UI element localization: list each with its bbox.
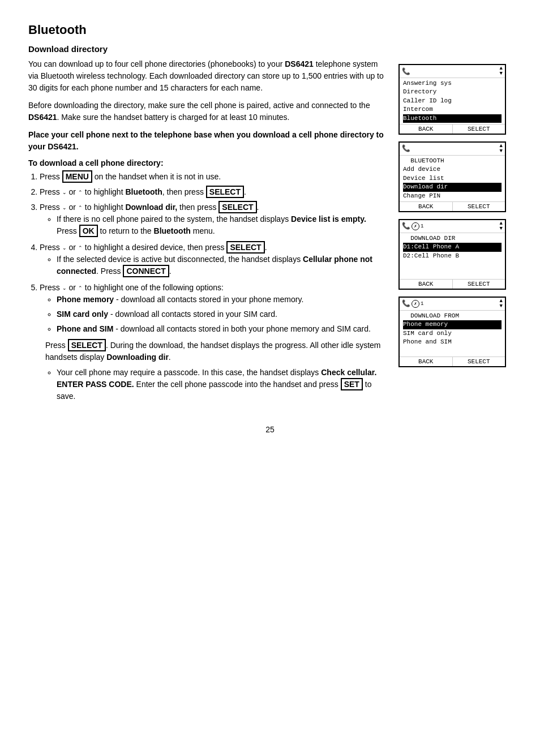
nav-down-icon-4: ⌄ [62,286,67,291]
step-1: Press MENU on the handset when it is not… [40,171,387,183]
screen-4-line-1: DOWNLOAD FROM [403,312,502,320]
screen-2: 📞 ▲ ▼ BLUETOOTH Add device Device list D… [398,141,506,212]
step-4-bullet-1: If the selected device is active but dis… [57,254,387,277]
steps-title: To download a cell phone directory: [28,158,387,167]
screen-4-line-2: Phone memory [403,320,502,329]
step-5-passcode: Your cell phone may require a passcode. … [40,367,387,402]
warning-text: Place your cell phone next to the teleph… [28,129,387,153]
screen-2-footer: BACK SELECT [400,201,505,211]
intro-paragraph-2: Before downloading the directory, make s… [28,100,387,123]
device-number-3: 1 [421,224,423,229]
nav-up-icon-2: ⌃ [78,205,83,211]
select-key-4: SELECT [68,339,106,351]
handset-icon-2: 📞 [402,144,410,153]
ok-key: OK [79,225,98,237]
screen-1-back-btn: BACK [400,124,453,134]
screen-1-footer: BACK SELECT [400,124,505,134]
option-phone-and-sim: Phone and SIM - download all contacts st… [57,323,387,335]
nav-down-icon-3: ⌄ [62,246,67,251]
bt-icon-4: ✗ [412,300,419,308]
step-3-bullet-1: If there is no cell phone paired to the … [57,213,387,237]
screen-4-footer: BACK SELECT [400,356,505,366]
screen-2-body: BLUETOOTH Add device Device list Downloa… [400,156,505,201]
screen-2-back-btn: BACK [400,202,453,211]
screen-1-body: Answering sys Directory Caller ID log In… [400,78,505,124]
select-key-2: SELECT [218,201,256,213]
step-5-after: Press SELECT. During the download, the h… [45,340,387,363]
connect-key: CONNECT [123,265,169,277]
screen-1-select-btn: SELECT [453,124,505,134]
screen-4-select-btn: SELECT [453,357,505,366]
step-3-bullets: If there is no cell phone paired to the … [40,213,387,237]
screen-2-line-5: Change PIN [403,192,502,200]
handset-icon-4: 📞 [402,299,410,308]
scroll-arrows-2: ▲ ▼ [500,144,503,154]
screen-4-line-3: SIM card only [403,329,502,338]
passcode-bullet: Your cell phone may require a passcode. … [57,367,387,402]
intro-paragraph-1: You can download up to four cell phone d… [28,58,387,94]
select-key-3: SELECT [226,241,264,254]
scroll-arrows-3: ▲ ▼ [500,221,503,231]
screen-4-back-btn: BACK [400,357,453,366]
screen-3-body: DOWNLOAD DIR D1:Cell Phone A D2:Cell Pho… [400,233,505,279]
step-4: Press ⌄ or ⌃ to highlight a desired devi… [40,242,387,277]
step-5-options: Phone memory - download all contacts sto… [40,294,387,335]
screen-3-footer: BACK SELECT [400,279,505,289]
screen-2-line-4: Download dir [403,183,502,191]
screens-column: 📞 ▲ ▼ Answering sys Directory Caller ID … [398,58,512,408]
screen-3-select-btn: SELECT [453,280,505,289]
nav-down-icon-2: ⌄ [62,205,67,211]
text-content: You can download up to four cell phone d… [28,58,387,408]
screen-1-line-1: Answering sys [403,79,502,88]
set-key: SET [341,378,363,390]
page-title: Bluetooth [28,23,512,37]
screen-3-line-5 [403,269,502,277]
screen-3-line-3: D2:Cell Phone B [403,252,502,260]
screen-1-line-5: Bluetooth [403,114,502,123]
screen-4-line-4: Phone and SIM [403,338,502,346]
screen-2-select-btn: SELECT [453,202,505,211]
screen-4-line-5 [403,346,502,355]
bt-icon-3: ✗ [412,222,419,230]
step-5: Press ⌄ or ⌃ to highlight one of the fol… [40,282,387,402]
nav-up-icon-4: ⌃ [78,286,83,291]
step-3: Press ⌄ or ⌃ to highlight Download dir, … [40,201,387,237]
steps-list: Press MENU on the handset when it is not… [28,171,387,402]
screen-3-back-btn: BACK [400,280,453,289]
screen-2-line-1: BLUETOOTH [403,157,502,165]
page-number: 25 [28,425,512,434]
nav-up-icon: ⌃ [78,190,83,195]
scroll-arrows-1: ▲ ▼ [500,66,503,76]
device-number-4: 1 [421,301,423,307]
nav-up-icon-3: ⌃ [78,246,83,251]
scroll-arrows-4: ▲ ▼ [500,299,503,309]
screen-3-line-4 [403,260,502,269]
screen-1-line-3: Caller ID log [403,97,502,105]
screen-3: 📞 ✗ 1 ▲ ▼ DOWNLOAD DIR D1:Cell Phone A D… [398,219,506,290]
step-4-bullets: If the selected device is active but dis… [40,254,387,277]
select-key: SELECT [206,186,244,198]
handset-icon-1: 📞 [402,67,410,76]
screen-4: 📞 ✗ 1 ▲ ▼ DOWNLOAD FROM Phone memory SIM… [398,297,506,367]
section-subtitle: Download directory [28,44,512,54]
screen-1-line-2: Directory [403,88,502,96]
screen-3-line-2: D1:Cell Phone A [403,243,502,251]
menu-key: MENU [62,170,92,183]
handset-icon-3: 📞 [402,222,410,230]
option-phone-memory: Phone memory - download all contacts sto… [57,294,387,306]
screen-3-line-1: DOWNLOAD DIR [403,234,502,243]
screen-2-line-2: Add device [403,165,502,174]
screen-2-line-3: Device list [403,174,502,183]
step-2: Press ⌄ or ⌃ to highlight Bluetooth, the… [40,186,387,198]
nav-down-icon: ⌄ [62,190,67,195]
option-sim-only: SIM card only - download all contacts st… [57,308,387,320]
screen-1: 📞 ▲ ▼ Answering sys Directory Caller ID … [398,64,506,135]
screen-1-line-4: Intercom [403,105,502,114]
screen-4-body: DOWNLOAD FROM Phone memory SIM card only… [400,311,505,356]
